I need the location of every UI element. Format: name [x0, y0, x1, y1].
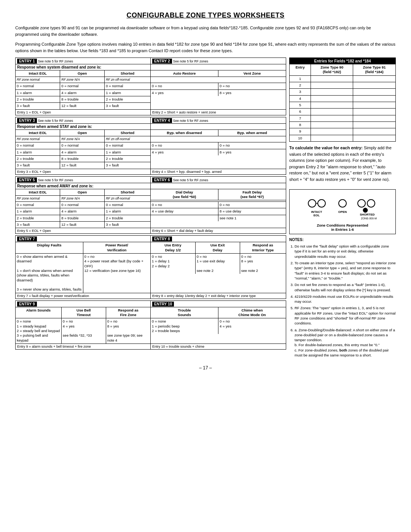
e1-r1c2: 0 = normal	[60, 83, 105, 89]
entry910-block: ENTRY 9 ENTRY 10 Alarm Sounds Use BellTi…	[15, 300, 286, 350]
entry8-badge: ENTRY 8	[152, 236, 172, 241]
entry6-note: See note 5 for RF zones	[173, 178, 208, 182]
entry12-block: ENTRY 1 See note 5 for RF zones ENTRY 2 …	[15, 58, 286, 115]
svg-point-5	[367, 200, 375, 207]
entry34-block: ENTRY 3 See note 5 for RF zones ENTRY 4 …	[15, 117, 286, 175]
calculate-title: To calculate the value for each entry:	[289, 145, 363, 150]
e1-r1c3: 0 = normal	[105, 83, 150, 89]
fields-table-block: Entries for Fields *182 and *184 Entry Z…	[289, 58, 396, 142]
svg-point-0	[308, 200, 316, 207]
note-1: Do not use the "fault delay" option with…	[295, 244, 396, 259]
entry4-badge: ENTRY 4	[152, 118, 172, 123]
page-number: – 17 –	[15, 365, 396, 371]
entry4-note: See note 5 for RF zones	[173, 119, 208, 123]
entry3-badge: ENTRY 3	[17, 118, 37, 123]
svg-text:SHORTED: SHORTED	[360, 213, 374, 216]
entry1-sum: Entry 1 = EOL + Open	[16, 110, 151, 115]
zone-caption: Zone Conditions Representedin Entries 1-…	[292, 223, 393, 232]
entry7-badge: ENTRY 7	[17, 236, 37, 241]
page-title: CONFIGURABLE ZONE TYPES WORKSHEETS	[15, 11, 396, 19]
entry1-note: See note 5 for RF zones	[38, 59, 73, 63]
entry1-header: Response when system disarmed and zone i…	[16, 64, 151, 70]
calculate-block: To calculate the value for each entry: S…	[289, 145, 396, 186]
entry10-badge: ENTRY 10	[152, 302, 174, 307]
entry56-block: ENTRY 5 See note 5 for RF zones ENTRY 6 …	[15, 176, 286, 234]
main-grid: ENTRY 1 See note 5 for RF zones ENTRY 2 …	[15, 58, 396, 359]
entry3-note: See note 5 for RF zones	[38, 119, 73, 123]
note-4: 4219/4229 modules must use EOLRs or unpr…	[295, 294, 396, 304]
entry78-block: ENTRY 7 ENTRY 8 Display Faults Power Res…	[15, 235, 286, 299]
zone-svg: INTACT EOL OPEN SHORTED ZONE-000-M	[301, 192, 384, 222]
note-2: To create an interior type zone, select …	[295, 260, 396, 281]
svg-point-4	[358, 200, 365, 207]
svg-text:INTACT: INTACT	[311, 210, 322, 214]
notes-section: NOTES: Do not use the "fault delay" opti…	[289, 237, 396, 359]
svg-point-3	[339, 200, 346, 207]
entry9-badge: ENTRY 9	[17, 302, 37, 307]
svg-text:ZONE-000-M: ZONE-000-M	[361, 217, 377, 220]
entry4-sum: Entry 4 = Short + byp. disarmed + byp. a…	[151, 169, 286, 174]
svg-point-1	[318, 200, 325, 207]
note-5: RF Zones: The "open" option in entries 1…	[295, 305, 396, 326]
entry1-badge: ENTRY 1	[17, 59, 37, 64]
notes-title: NOTES:	[289, 237, 396, 243]
entry2-note: See note 5 for RF zones	[173, 59, 208, 63]
zone-diagram: INTACT EOL OPEN SHORTED ZONE-000-M Zone …	[289, 189, 396, 234]
fields-header: Entries for Fields *182 and *184	[290, 58, 395, 64]
entry2-sum: Entry 2 = Short + auto restore + vent zo…	[151, 110, 286, 115]
svg-text:OPEN: OPEN	[338, 210, 347, 214]
intro-para2: Programming Configurable Zone Type optio…	[15, 41, 396, 54]
entry5-note: See note 5 for RF zones	[38, 178, 73, 182]
note-3: Do not set fire zones to respond as a "f…	[295, 282, 396, 292]
svg-point-6	[363, 208, 368, 212]
entry6-badge: ENTRY 6	[152, 177, 172, 182]
entry2-badge: ENTRY 2	[152, 59, 172, 64]
left-col: ENTRY 1 See note 5 for RF zones ENTRY 2 …	[15, 58, 286, 359]
e1-r1c1: 0 = normal	[16, 83, 60, 89]
notes-list: Do not use the "fault delay" option with…	[289, 244, 396, 358]
entry3-sum: Entry 3 = EOL + Open	[16, 169, 151, 174]
note-6: a. Zone-Doubling/Double-Balanced: A shor…	[295, 328, 396, 358]
svg-text:EOL: EOL	[314, 214, 320, 217]
calculate-text: Simply add the values of the selected op…	[289, 145, 392, 182]
right-col: Entries for Fields *182 and *184 Entry Z…	[289, 58, 396, 359]
intro-para1: Configurable zone types 90 and 91 can be…	[15, 25, 396, 37]
entry5-badge: ENTRY 5	[17, 177, 37, 182]
